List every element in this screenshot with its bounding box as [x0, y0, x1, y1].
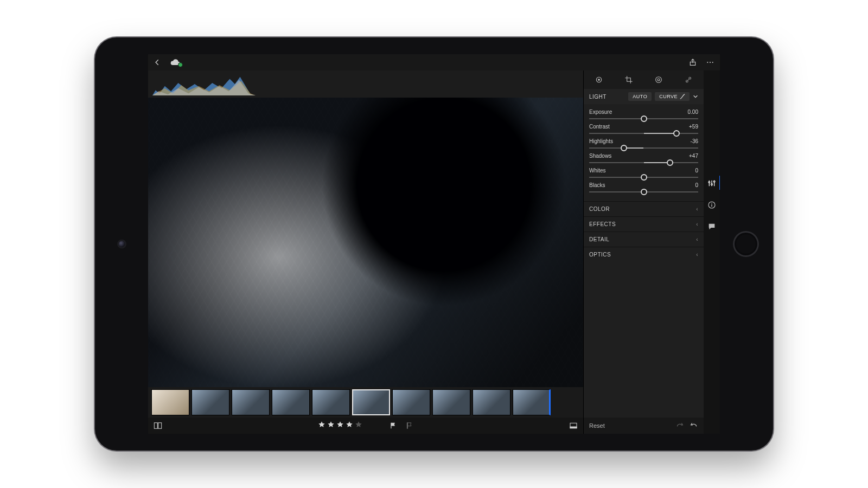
slider-label: Exposure [589, 109, 612, 115]
slider-knob[interactable] [641, 174, 647, 181]
slider-whites[interactable]: Whites0 [589, 168, 698, 178]
slider-label: Highlights [589, 138, 613, 144]
curve-button-label: CURVE [659, 94, 678, 99]
optics-section[interactable]: OPTICS ‹ [584, 247, 704, 262]
slider-value: +47 [689, 153, 698, 159]
slider-contrast[interactable]: Contrast+59 [589, 124, 698, 134]
slider-track[interactable] [589, 133, 698, 134]
svg-rect-24 [711, 204, 712, 207]
bottom-toolbar [148, 418, 583, 434]
presets-icon[interactable] [654, 75, 663, 84]
slider-track[interactable] [589, 191, 698, 192]
star-icon[interactable] [355, 421, 362, 431]
healing-icon[interactable] [684, 75, 693, 84]
svg-point-3 [710, 62, 711, 63]
filmstrip-thumbnail[interactable] [473, 389, 510, 415]
svg-point-20 [709, 182, 710, 183]
filmstrip-thumbnail[interactable] [232, 389, 270, 415]
filmstrip-thumbnail[interactable] [392, 389, 430, 415]
slider-knob[interactable] [641, 115, 647, 122]
svg-rect-6 [158, 423, 162, 429]
filmstrip-thumbnail[interactable] [151, 389, 189, 415]
svg-point-22 [713, 181, 715, 182]
tablet-frame: LIGHT AUTO CURVE Exposure0.00Contrast+59… [95, 37, 773, 451]
redo-button[interactable] [675, 422, 684, 429]
flag-pick-button[interactable] [390, 422, 397, 429]
more-menu-button[interactable] [706, 58, 714, 67]
slider-label: Contrast [589, 124, 610, 130]
slider-value: +59 [689, 124, 698, 130]
svg-point-2 [707, 62, 708, 63]
cloud-sync-status-icon[interactable] [170, 59, 181, 66]
adjust-panel-icon[interactable] [707, 179, 716, 188]
color-section[interactable]: COLOR ‹ [584, 201, 704, 216]
optics-section-label: OPTICS [589, 252, 611, 258]
star-icon[interactable] [336, 421, 344, 431]
chevron-left-icon: ‹ [696, 236, 698, 242]
star-icon[interactable] [346, 421, 353, 431]
back-button[interactable] [154, 59, 161, 66]
light-section-header[interactable]: LIGHT AUTO CURVE [584, 89, 704, 104]
curve-button[interactable]: CURVE [655, 92, 690, 101]
filmstrip-thumbnail[interactable] [272, 389, 310, 415]
slider-label: Whites [589, 168, 606, 174]
filmstrip-thumbnail[interactable] [352, 389, 390, 415]
tablet-home-button[interactable] [733, 231, 759, 257]
compare-view-button[interactable] [154, 422, 162, 429]
edit-mode-tabs [584, 70, 704, 89]
reset-button[interactable]: Reset [589, 422, 605, 429]
filmstrip-thumbnail[interactable] [312, 389, 350, 415]
slider-track[interactable] [589, 147, 698, 149]
slider-knob[interactable] [667, 159, 673, 166]
histogram[interactable] [148, 70, 583, 98]
svg-point-13 [656, 77, 662, 83]
edit-panel: LIGHT AUTO CURVE Exposure0.00Contrast+59… [583, 70, 704, 434]
slider-highlights[interactable]: Highlights-36 [589, 138, 698, 149]
slider-blacks[interactable]: Blacks0 [589, 182, 698, 192]
slider-label: Blacks [589, 182, 605, 188]
panel-footer: Reset [584, 418, 704, 434]
undo-button[interactable] [690, 422, 698, 429]
slider-track[interactable] [589, 162, 698, 163]
color-section-label: COLOR [589, 206, 610, 212]
svg-point-21 [711, 184, 713, 185]
flag-reject-button[interactable] [406, 422, 413, 429]
filmstrip-thumbnail[interactable] [192, 389, 229, 415]
crop-icon[interactable] [624, 75, 633, 84]
top-toolbar [148, 54, 720, 70]
detail-section[interactable]: DETAIL ‹ [584, 232, 704, 247]
filmstrip-thumbnail[interactable] [432, 389, 470, 415]
auto-button[interactable]: AUTO [628, 92, 652, 101]
info-panel-icon[interactable] [707, 201, 716, 209]
svg-rect-25 [711, 203, 712, 203]
svg-rect-8 [407, 423, 407, 429]
svg-point-12 [598, 79, 599, 81]
photo-canvas[interactable] [148, 98, 583, 387]
info-overlay-button[interactable] [569, 422, 578, 429]
star-icon[interactable] [327, 421, 335, 431]
chevron-left-icon: ‹ [696, 252, 698, 258]
slider-value: 0 [695, 168, 698, 174]
comments-panel-icon[interactable] [707, 222, 716, 231]
photo-preview [148, 98, 583, 387]
rating-stars[interactable] [318, 421, 362, 431]
slider-track[interactable] [589, 118, 698, 119]
slider-shadows[interactable]: Shadows+47 [589, 153, 698, 163]
slider-track[interactable] [589, 177, 698, 178]
slider-knob[interactable] [621, 145, 627, 151]
slider-knob[interactable] [641, 189, 647, 195]
detail-section-label: DETAIL [589, 236, 609, 242]
svg-point-4 [712, 62, 713, 63]
selective-edit-icon[interactable] [595, 75, 603, 84]
filmstrip-thumbnail[interactable] [513, 389, 551, 415]
star-icon[interactable] [318, 421, 326, 431]
slider-knob[interactable] [673, 130, 680, 137]
filmstrip[interactable] [148, 387, 583, 418]
share-button[interactable] [688, 58, 697, 67]
chevron-down-icon[interactable] [693, 94, 698, 99]
slider-exposure[interactable]: Exposure0.00 [589, 109, 698, 119]
svg-rect-7 [391, 423, 391, 429]
effects-section[interactable]: EFFECTS ‹ [584, 216, 704, 232]
light-sliders: Exposure0.00Contrast+59Highlights-36Shad… [584, 104, 704, 201]
light-section-title: LIGHT [589, 94, 607, 100]
